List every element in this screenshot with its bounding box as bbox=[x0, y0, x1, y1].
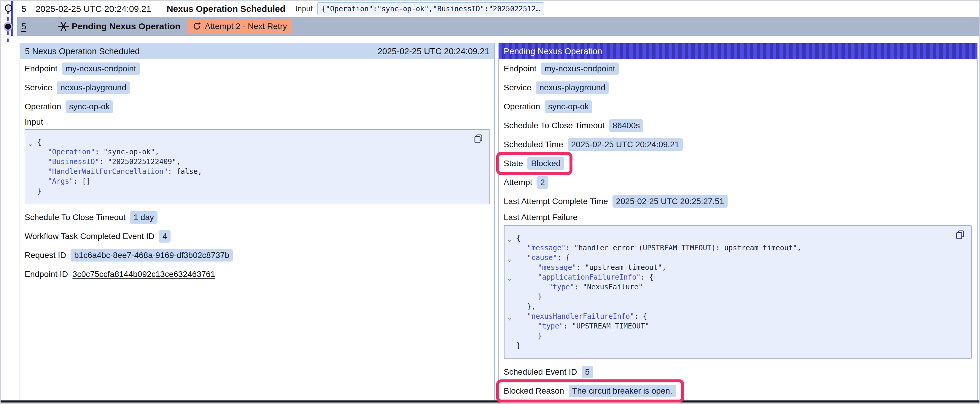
field-row-blocked-reason: Blocked Reason The circuit breaker is op… bbox=[499, 382, 977, 401]
failure-json-viewer: ⌄{"message": "handler error (UPSTREAM_TI… bbox=[504, 225, 972, 359]
event-name: Nexus Operation Scheduled bbox=[167, 4, 285, 14]
code-line: }, bbox=[504, 302, 971, 312]
field-value-chip: 4 bbox=[159, 230, 171, 242]
chevron-down-icon[interactable]: ⌄ bbox=[508, 236, 511, 242]
last-attempt-failure-label: Last Attempt Failure bbox=[499, 211, 977, 224]
chevron-down-icon[interactable]: ⌄ bbox=[508, 275, 511, 282]
pending-operation-panel: Pending Nexus Operation Endpoint my-nexu… bbox=[498, 43, 978, 402]
field-row-service: Service nexus-playground bbox=[20, 78, 494, 97]
field-label: Endpoint bbox=[504, 64, 536, 73]
retry-badge-label: Attempt 2 · Next Retry bbox=[205, 22, 287, 31]
field-value-chip: 2025-02-25 UTC 20:24:09.21 bbox=[568, 138, 683, 151]
field-label: Endpoint bbox=[25, 64, 57, 73]
field-value-chip: nexus-playground bbox=[57, 81, 130, 94]
field-value-chip: 1 day bbox=[130, 211, 158, 223]
state-annotation-box: State Blocked bbox=[496, 152, 573, 175]
field-row-operation: Operation sync-op-ok bbox=[20, 97, 494, 116]
field-label: Service bbox=[504, 83, 531, 92]
event-row-scheduled[interactable]: 5 2025-02-25 UTC 20:24:09.21 Nexus Opera… bbox=[17, 1, 979, 17]
scheduled-panel-header: 5 Nexus Operation Scheduled 2025-02-25 U… bbox=[20, 43, 494, 59]
field-label: Schedule To Close Timeout bbox=[504, 121, 605, 130]
endpoint-id-link[interactable]: 3c0c75ccfa8144b092c13ce632463761 bbox=[72, 269, 215, 279]
field-label: Last Attempt Complete Time bbox=[504, 196, 608, 206]
field-row-endpoint: Endpoint my-nexus-endpoint bbox=[20, 59, 494, 78]
code-line: } bbox=[25, 186, 489, 196]
field-value-chip: nexus-playground bbox=[536, 81, 609, 94]
event-input-label: Input bbox=[296, 4, 313, 13]
code-line: "type": "NexusFailure" bbox=[504, 282, 971, 292]
scheduled-event-panel: 5 Nexus Operation Scheduled 2025-02-25 U… bbox=[19, 43, 495, 402]
code-line: "message": "upstream timeout", bbox=[504, 263, 971, 273]
field-label: Service bbox=[25, 83, 52, 92]
chevron-down-icon[interactable]: ⌄ bbox=[28, 140, 32, 147]
code-line: ⌄{ bbox=[504, 233, 971, 243]
asterisk-icon bbox=[58, 21, 69, 32]
code-line: ⌄{ bbox=[25, 138, 489, 147]
retry-icon bbox=[192, 22, 201, 31]
field-label: Operation bbox=[504, 102, 540, 111]
field-row-endpoint-id: Endpoint ID 3c0c75ccfa8144b092c13ce63246… bbox=[20, 265, 494, 284]
field-row-state: State Blocked bbox=[499, 154, 977, 173]
field-value-chip: 5 bbox=[582, 366, 593, 378]
field-label: Schedule To Close Timeout bbox=[25, 213, 126, 222]
field-value-chip: my-nexus-endpoint bbox=[541, 62, 619, 75]
event-id-link[interactable]: 5 bbox=[21, 4, 26, 14]
event-open-dot-icon bbox=[5, 5, 12, 12]
field-row-endpoint: Endpoint my-nexus-endpoint bbox=[499, 59, 977, 78]
code-line: ⌄"applicationFailureInfo": { bbox=[504, 273, 971, 282]
field-label: Scheduled Event ID bbox=[504, 367, 577, 377]
retry-attempt-badge: Attempt 2 · Next Retry bbox=[187, 19, 292, 33]
field-value-chip: 2025-02-25 UTC 20:25:27.51 bbox=[612, 195, 728, 208]
field-row-scheduled-time: Scheduled Time 2025-02-25 UTC 20:24:09.2… bbox=[499, 135, 977, 154]
pending-event-name: Pending Nexus Operation bbox=[72, 21, 181, 32]
field-label: Attempt bbox=[504, 178, 532, 187]
code-line: "Operation": "sync-op-ok", bbox=[25, 147, 489, 157]
field-label: Scheduled Time bbox=[504, 140, 563, 149]
chevron-down-icon[interactable]: ⌄ bbox=[508, 256, 511, 262]
scheduled-panel-time: 2025-02-25 UTC 20:24:09.21 bbox=[378, 46, 489, 56]
field-row-schedule-to-close: Schedule To Close Timeout 86400s bbox=[499, 116, 977, 135]
field-value-chip: my-nexus-endpoint bbox=[62, 62, 140, 75]
field-row-service: Service nexus-playground bbox=[499, 78, 977, 97]
chevron-down-icon[interactable]: ⌄ bbox=[508, 314, 511, 321]
blocked-reason-value-chip: The circuit breaker is open. bbox=[569, 385, 676, 397]
field-value-chip: sync-op-ok bbox=[65, 100, 113, 113]
code-line: "BusinessID": "20250225122409", bbox=[25, 157, 489, 167]
code-line: "Args": [] bbox=[25, 176, 489, 186]
field-label: Workflow Task Completed Event ID bbox=[25, 231, 154, 241]
field-row-request-id: Request ID b1c6a4bc-8ee7-468a-9169-df3b0… bbox=[20, 246, 494, 265]
code-line: ⌄"nexusHandlerFailureInfo": { bbox=[504, 312, 971, 322]
pending-event-id-link[interactable]: 5 bbox=[21, 21, 26, 32]
code-line: } bbox=[504, 331, 971, 341]
field-value-chip: b1c6a4bc-8ee7-468a-9169-df3b02c8737b bbox=[71, 249, 233, 261]
history-window: 5 2025-02-25 UTC 20:24:09.21 Nexus Opera… bbox=[0, 0, 980, 404]
field-value-chip: sync-op-ok bbox=[544, 100, 592, 113]
code-line: } bbox=[504, 341, 971, 351]
event-row-pending[interactable]: 5 Pending Nexus Operation Attempt 2 · Ne… bbox=[17, 17, 979, 36]
input-json-viewer: ⌄{"Operation": "sync-op-ok","BusinessID"… bbox=[25, 129, 490, 204]
pending-panel-title: Pending Nexus Operation bbox=[504, 46, 602, 56]
input-section-label: Input bbox=[20, 116, 494, 128]
field-label: Operation bbox=[25, 102, 61, 111]
code-line: "HandlerWaitForCancellation": false, bbox=[25, 167, 489, 176]
scheduled-panel-title: 5 Nexus Operation Scheduled bbox=[25, 46, 140, 56]
field-row-scheduled-event-id: Scheduled Event ID 5 bbox=[499, 363, 977, 382]
code-line: ⌄"cause": { bbox=[504, 253, 971, 263]
field-label: State bbox=[504, 159, 523, 168]
field-label: Blocked Reason bbox=[504, 386, 564, 396]
field-row-attempt: Attempt 2 bbox=[499, 173, 977, 192]
event-timeline-gutter bbox=[1, 1, 17, 42]
code-line: } bbox=[504, 292, 971, 302]
pending-panel-header: Pending Nexus Operation bbox=[499, 43, 977, 59]
field-value-chip: 86400s bbox=[609, 119, 643, 132]
field-label: Endpoint ID bbox=[25, 269, 68, 279]
field-label: Request ID bbox=[25, 250, 66, 260]
event-input-preview-chip: {"Operation":"sync-op-ok","BusinessID":"… bbox=[317, 2, 544, 16]
code-line: "type": "UPSTREAM_TIMEOUT" bbox=[504, 322, 971, 331]
event-filled-dot-icon bbox=[5, 24, 11, 30]
code-line: "message": "handler error (UPSTREAM_TIME… bbox=[504, 243, 971, 253]
field-row-operation: Operation sync-op-ok bbox=[499, 97, 977, 116]
field-row-schedule-to-close: Schedule To Close Timeout 1 day bbox=[20, 208, 494, 227]
field-row-wft-completed-event-id: Workflow Task Completed Event ID 4 bbox=[20, 227, 494, 246]
field-value-chip: 2 bbox=[536, 176, 549, 189]
